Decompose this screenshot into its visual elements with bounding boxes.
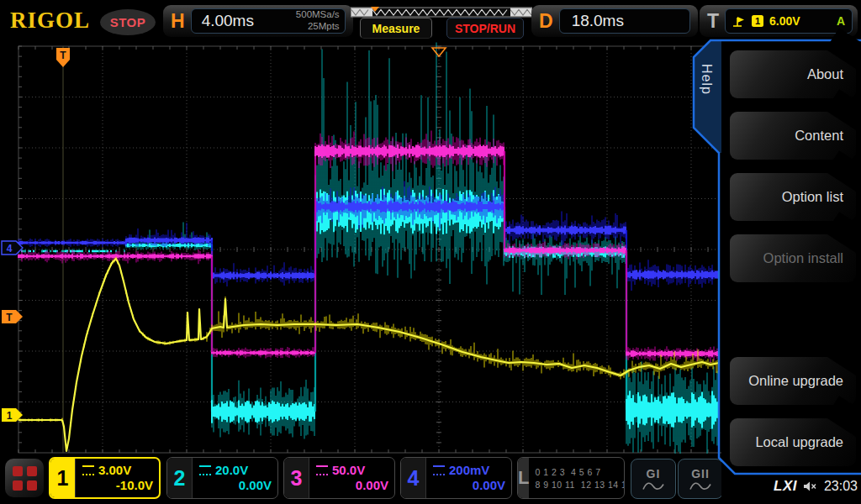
delay-group[interactable]: D 18.0ms	[531, 5, 698, 37]
lxi-logo: LXI	[774, 478, 797, 495]
trigger-source-badge: 1	[752, 15, 763, 27]
channel-4-box[interactable]: 4 200mV 0.00V	[400, 457, 512, 499]
channel-2-box[interactable]: 2 20.0V 0.00V	[166, 457, 278, 499]
sample-rate: 500MSa/s	[296, 9, 340, 21]
horizontal-label: H	[171, 10, 185, 33]
channel-3-scale: 50.0V	[332, 463, 365, 477]
timebase-box: 4.00ms 500MSa/s 25Mpts	[191, 8, 346, 34]
rising-edge-trigger-icon	[732, 15, 746, 28]
timebase-value: 4.00ms	[202, 12, 296, 30]
measure-button[interactable]: Measure	[360, 18, 432, 39]
channel-3-number: 3	[284, 458, 309, 498]
brand-logo: RIGOL	[10, 8, 90, 34]
trace-ch1	[18, 257, 719, 451]
channel-4-number: 4	[401, 458, 425, 498]
menu-button-local-upgrade[interactable]: Local upgrade	[730, 418, 856, 466]
help-tab[interactable]: Help	[699, 64, 714, 95]
source-1-box[interactable]: GI	[631, 459, 676, 499]
channel-3-offset: 0.00V	[316, 478, 388, 492]
main-menu-button[interactable]	[5, 459, 44, 497]
channel-1-box[interactable]: 1 3.00V -10.0V	[49, 457, 161, 499]
menu-button-option-install[interactable]: Option install	[730, 234, 856, 282]
channel-2-offset: 0.00V	[199, 478, 272, 492]
logic-channels-row1: 0 1 2 3 4 5 6 7	[535, 467, 625, 477]
channel-1-offset: -10.0V	[82, 478, 153, 492]
speaker-muted-icon[interactable]	[803, 480, 818, 492]
delay-value: 18.0ms	[572, 12, 624, 30]
run-state-badge[interactable]: STOP	[100, 9, 156, 35]
stop-run-button[interactable]: STOP/RUN	[446, 18, 524, 39]
trigger-level-value: 6.00V	[769, 14, 831, 28]
svg-text:1: 1	[7, 410, 13, 422]
horizontal-timebase-group[interactable]: H 4.00ms 500MSa/s 25Mpts	[163, 5, 353, 37]
channel-2-scale: 20.0V	[215, 463, 248, 477]
trigger-position-flag[interactable]: T	[56, 48, 70, 67]
svg-text:T: T	[6, 312, 13, 323]
trigger-box: 1 6.00V A	[725, 8, 853, 34]
status-row: LXI 23:03	[774, 478, 858, 495]
channel-1-scale: 3.00V	[98, 463, 131, 477]
logic-analyzer-box[interactable]: L 0 1 2 3 4 5 6 7 8 9 10 11 12 13 14 15	[517, 457, 625, 499]
dc-coupling-icon	[82, 465, 94, 475]
channel-3-box[interactable]: 3 50.0V 0.00V	[283, 457, 395, 499]
delay-box: 18.0ms	[559, 8, 690, 34]
channel-4-scale: 200mV	[449, 463, 489, 477]
oscilloscope-screen: TT41 RIGOL STOP H 4.00ms 500MSa/s 25Mpts…	[0, 0, 861, 504]
svg-text:4: 4	[7, 243, 13, 255]
trigger-sweep-mode: A	[837, 14, 845, 28]
dc-coupling-icon	[199, 465, 211, 475]
dc-coupling-icon	[316, 465, 328, 475]
trigger-label: T	[707, 10, 719, 33]
softkey-menu: Help About Content Option list Option in…	[689, 39, 861, 504]
memory-position-bar[interactable]	[351, 6, 532, 18]
trigger-level-marker[interactable]: T	[2, 310, 23, 323]
channel-2-number: 2	[167, 458, 192, 498]
delay-label: D	[539, 10, 553, 33]
sine-wave-icon	[642, 481, 664, 491]
dc-coupling-icon	[433, 465, 445, 475]
top-bar: RIGOL STOP H 4.00ms 500MSa/s 25Mpts Meas…	[0, 0, 861, 40]
memory-depth: 25Mpts	[308, 21, 340, 33]
clock: 23:03	[824, 479, 858, 494]
channel-4-offset: 0.00V	[433, 478, 505, 492]
source-1-label: GI	[647, 467, 661, 480]
channel-1-number: 1	[50, 459, 75, 497]
trigger-group[interactable]: T 1 6.00V A	[700, 5, 858, 37]
logic-channels-row2: 8 9 10 11 12 13 14 15	[535, 480, 625, 490]
svg-text:T: T	[60, 50, 66, 61]
logic-label: L	[518, 458, 529, 498]
